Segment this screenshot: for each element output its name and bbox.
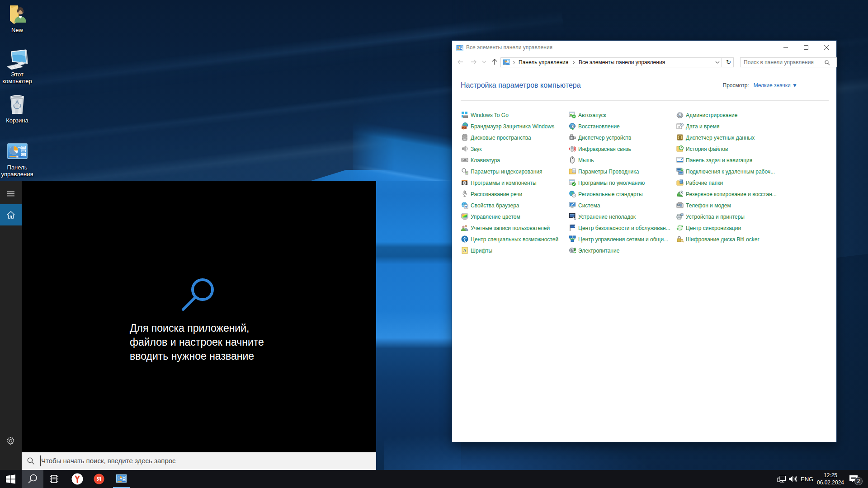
svg-text:Я: Я xyxy=(97,475,101,483)
svg-text:A: A xyxy=(463,248,467,253)
